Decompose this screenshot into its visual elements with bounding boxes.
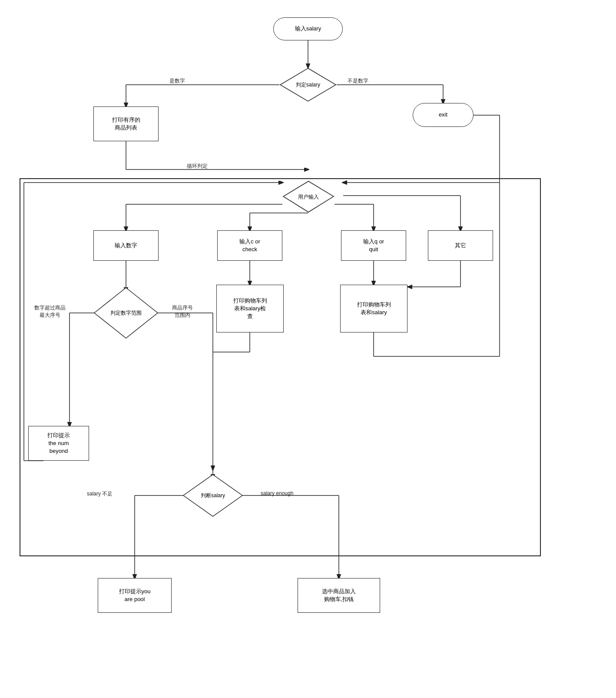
judge-salary-diamond: 判定salary	[279, 67, 337, 102]
judge-salary2-diamond: 判断salary	[182, 474, 243, 517]
judge-salary2-label: 判断salary	[201, 492, 225, 499]
num-exceed-label: 数字超过商品最大序号	[26, 304, 74, 319]
input-num-node: 输入数字	[93, 230, 159, 261]
user-input-label: 用户输入	[298, 193, 319, 199]
input-num-label: 输入数字	[115, 242, 137, 249]
input-salary-node: 输入salary	[273, 17, 343, 40]
other-label: 其它	[455, 242, 466, 249]
select-add-label: 选中商品加入购物车,扣钱	[322, 588, 356, 603]
print-cart-check-node: 打印购物车列表和salary检查	[216, 285, 284, 332]
print-beyond-node: 打印提示the numbeyond	[28, 426, 89, 461]
flowchart: 输入salary 判定salary 是数字 不是数字 打印有序的商品列表 exi…	[0, 0, 616, 698]
print-poor-node: 打印提示youare pool	[98, 578, 172, 613]
print-poor-label: 打印提示youare pool	[119, 588, 151, 603]
print-cart-check-label: 打印购物车列表和salary检查	[233, 297, 267, 321]
print-cart-salary-label: 打印购物车列表和salary	[357, 301, 391, 316]
exit-label: exit	[439, 111, 447, 119]
input-q-quit-node: 输入q orquit	[341, 230, 406, 261]
salary-enough-label: salary enough	[261, 490, 293, 496]
input-q-quit-label: 输入q orquit	[363, 238, 384, 253]
print-list-node: 打印有序的商品列表	[93, 106, 159, 141]
salary-not-enough-label: salary 不足	[87, 490, 113, 498]
print-list-label: 打印有序的商品列表	[112, 116, 140, 132]
judge-num-range-diamond: 判定数字范围	[93, 287, 159, 339]
user-input-diamond: 用户输入	[282, 180, 334, 213]
other-node: 其它	[428, 230, 493, 261]
is-num-label: 是数字	[169, 77, 185, 85]
input-salary-label: 输入salary	[295, 25, 321, 33]
in-range-label: 商品序号范围内	[161, 304, 204, 319]
not-num-label: 不是数字	[348, 77, 368, 85]
loop-judge-label: 循环判定	[187, 163, 208, 170]
exit-node: exit	[413, 103, 474, 127]
print-cart-salary-node: 打印购物车列表和salary	[340, 285, 407, 332]
input-c-check-node: 输入c orcheck	[217, 230, 282, 261]
input-c-check-label: 输入c orcheck	[239, 238, 260, 253]
print-beyond-label: 打印提示the numbeyond	[47, 432, 70, 455]
judge-salary-label: 判定salary	[296, 82, 320, 88]
judge-num-range-label: 判定数字范围	[110, 310, 142, 316]
select-add-node: 选中商品加入购物车,扣钱	[298, 578, 380, 613]
